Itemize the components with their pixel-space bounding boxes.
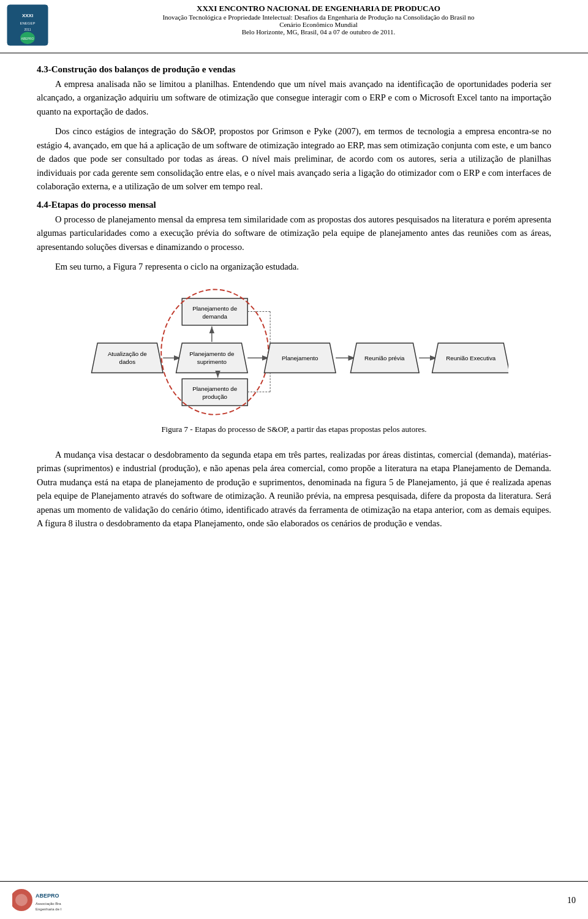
abepro-logo: ABEPRO Associação Brasileira de Engenhar…	[12, 887, 61, 914]
svg-rect-18	[182, 379, 247, 406]
svg-text:Reunião prévia: Reunião prévia	[364, 355, 405, 361]
section-43-para1: A empresa analisada não se limitou a pla…	[37, 77, 551, 118]
page-footer: ABEPRO Associação Brasileira de Engenhar…	[0, 881, 588, 919]
svg-text:Reunião Executiva: Reunião Executiva	[446, 355, 496, 361]
section-44: 4.4-Etapas do processo mensal O processo…	[37, 200, 551, 274]
svg-text:demanda: demanda	[202, 313, 227, 320]
figure-7-caption: Figura 7 - Etapas do processo de S&OP, a…	[161, 425, 426, 434]
conference-title: XXXI ENCONTRO NACIONAL DE ENGENHARIA DE …	[55, 4, 582, 13]
svg-rect-15	[182, 298, 247, 325]
svg-text:ENEGEP: ENEGEP	[20, 21, 35, 25]
conference-subtitle2: Cenário Econômico Mundial	[55, 21, 582, 28]
svg-text:ABEPRO: ABEPRO	[36, 893, 59, 899]
section-43-heading: 4.3-Construção dos balanços de produção …	[37, 64, 551, 75]
page-number: 10	[567, 896, 576, 906]
after-figure-para1: A mudança visa destacar o desdobramento …	[37, 448, 551, 531]
svg-text:Engenharia de Produção: Engenharia de Produção	[36, 907, 61, 911]
svg-text:produção: produção	[202, 393, 227, 400]
svg-text:Planejamento: Planejamento	[282, 355, 318, 361]
svg-text:dados: dados	[119, 358, 136, 365]
svg-text:Atualização de: Atualização de	[108, 350, 147, 357]
section-44-para2: Em seu turno, a Figura 7 representa o ci…	[37, 260, 551, 273]
svg-text:Planejamento de: Planejamento de	[192, 385, 237, 391]
section-44-heading: 4.4-Etapas do processo mensal	[37, 200, 551, 210]
section-43-para2: Dos cinco estágios de integração do S&OP…	[37, 124, 551, 193]
figure-7-container: Atualização de dados Planejamento de sup…	[37, 286, 551, 444]
conference-location: Belo Horizonte, MG, Brasil, 04 a 07 de o…	[55, 28, 582, 36]
svg-text:XXXI: XXXI	[22, 13, 33, 18]
svg-text:Associação Brasileira de: Associação Brasileira de	[36, 902, 61, 906]
svg-text:Planejamento de: Planejamento de	[189, 350, 234, 357]
section-44-para1: O processo de planejamento mensal da emp…	[37, 213, 551, 254]
figure-7-diagram: Atualização de dados Planejamento de sup…	[80, 286, 508, 421]
enegep-logo: XXXI ENEGEP 2011 ABEPRO	[6, 4, 49, 49]
section-43: 4.3-Construção dos balanços de produção …	[37, 64, 551, 194]
main-content: 4.3-Construção dos balanços de produção …	[0, 53, 588, 573]
svg-text:2011: 2011	[24, 28, 31, 31]
svg-text:ABEPRO: ABEPRO	[21, 37, 34, 40]
conference-subtitle: Inovação Tecnológica e Propriedade Intel…	[55, 13, 582, 21]
svg-text:Planejamento de: Planejamento de	[192, 304, 237, 311]
header-text-block: XXXI ENCONTRO NACIONAL DE ENGENHARIA DE …	[55, 4, 582, 36]
svg-text:suprimento: suprimento	[197, 358, 227, 365]
after-figure-section: A mudança visa destacar o desdobramento …	[37, 448, 551, 531]
page-header: XXXI ENEGEP 2011 ABEPRO XXXI ENCONTRO NA…	[0, 0, 588, 53]
svg-point-38	[15, 894, 28, 906]
